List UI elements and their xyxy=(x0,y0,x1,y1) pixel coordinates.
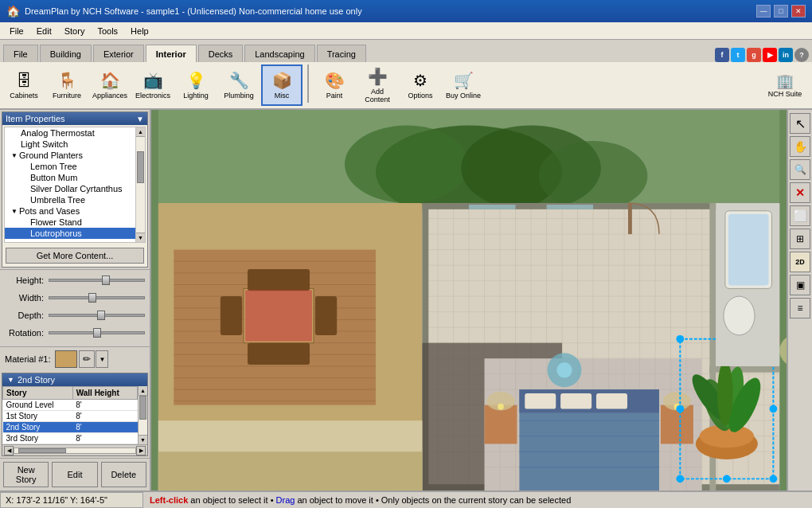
menu-file[interactable]: File xyxy=(3,25,30,37)
panel-collapse-icon[interactable]: ▼ xyxy=(136,115,144,123)
facebook-icon[interactable]: f xyxy=(715,48,729,62)
story-table: Story Wall Height Ground Level 8' 1st St… xyxy=(2,386,138,444)
new-story-button[interactable]: New Story xyxy=(3,462,49,487)
linkedin-icon[interactable]: in xyxy=(779,48,793,62)
hand-tool-button[interactable]: ✋ xyxy=(790,136,810,157)
rotation-slider[interactable] xyxy=(49,331,145,334)
tree-scroll-down[interactable]: ▼ xyxy=(136,233,145,242)
width-thumb[interactable] xyxy=(88,293,96,303)
depth-slider[interactable] xyxy=(49,314,145,317)
2d-view-button[interactable]: 2D xyxy=(790,252,810,272)
select-cursor-button[interactable]: ↖ xyxy=(790,113,810,134)
close-button[interactable]: ✕ xyxy=(791,5,806,18)
tree-scroll-up[interactable]: ▲ xyxy=(136,127,145,137)
hscroll-thumb[interactable] xyxy=(18,448,66,453)
menu-help[interactable]: Help xyxy=(124,25,155,37)
material-edit-button[interactable]: ✏ xyxy=(79,350,95,368)
minimize-button[interactable]: — xyxy=(756,5,771,18)
tree-item-lemon-tree[interactable]: Lemon Tree xyxy=(5,161,135,172)
story-scroll-up[interactable]: ▲ xyxy=(139,386,147,396)
umbrella-tree-label: Umbrella Tree xyxy=(30,195,85,205)
width-slider[interactable] xyxy=(49,296,145,299)
lighting-button[interactable]: 💡 Lighting xyxy=(175,64,217,106)
layers-button[interactable]: ▣ xyxy=(790,275,810,295)
add-content-button[interactable]: ➕ Add Content xyxy=(357,64,398,106)
zoom-button[interactable]: 🔍 xyxy=(790,159,810,180)
story-panel-header[interactable]: 2nd Story xyxy=(2,373,147,386)
svg-point-115 xyxy=(723,475,731,483)
misc-label: Misc xyxy=(275,92,290,100)
height-slider[interactable] xyxy=(49,279,145,282)
canvas-area[interactable]: ✕ ↻ xyxy=(151,110,787,490)
appliances-button[interactable]: 🏠 Appliances xyxy=(89,64,131,106)
grid-button[interactable]: ⊞ xyxy=(790,229,810,249)
tab-file[interactable]: File xyxy=(3,45,38,62)
menu-tools[interactable]: Tools xyxy=(91,25,124,37)
cabinets-button[interactable]: 🗄 Cabinets xyxy=(3,64,45,106)
flower-stand-label: Flower Stand xyxy=(30,217,82,227)
story-row-2nd[interactable]: 2nd Story 8' xyxy=(3,422,138,433)
svg-point-113 xyxy=(770,405,778,413)
depth-thumb[interactable] xyxy=(97,311,105,320)
height-thumb[interactable] xyxy=(102,275,110,285)
tree-scroll-thumb[interactable] xyxy=(137,151,144,183)
tab-interior[interactable]: Interior xyxy=(146,45,197,62)
material-dropdown-button[interactable]: ▼ xyxy=(96,350,108,368)
edit-story-button[interactable]: Edit xyxy=(52,462,97,487)
story-row-1st[interactable]: 1st Story 8' xyxy=(3,411,138,422)
material-swatch[interactable] xyxy=(55,350,77,368)
select-text: an object to select it • xyxy=(190,495,275,505)
tree-item-flower-stand[interactable]: Flower Stand xyxy=(5,217,135,228)
tree-item-pots-and-vases[interactable]: ▼ Pots and Vases xyxy=(5,205,135,217)
menu-button[interactable]: ≡ xyxy=(790,298,810,318)
tab-exterior[interactable]: Exterior xyxy=(93,45,144,62)
tree-scrollbar[interactable]: ▲ ▼ xyxy=(135,127,145,242)
plumbing-button[interactable]: 🔧 Plumbing xyxy=(218,64,260,106)
story-3rd-height: 8' xyxy=(72,433,137,444)
twitter-icon[interactable]: t xyxy=(731,48,745,62)
story-scroll-down[interactable]: ▼ xyxy=(139,435,147,444)
story-scroll-thumb[interactable] xyxy=(139,396,146,420)
tree-item-loutrophorus[interactable]: Loutrophorus xyxy=(5,228,135,239)
hscroll-left-button[interactable]: ◀ xyxy=(4,446,14,455)
options-button[interactable]: ⚙ Options xyxy=(400,64,441,106)
get-more-content-button[interactable]: Get More Content... xyxy=(6,248,144,264)
select-box-button[interactable]: ⬜ xyxy=(790,205,810,226)
furniture-button[interactable]: 🪑 Furniture xyxy=(46,64,88,106)
hscroll-right-button[interactable]: ▶ xyxy=(136,446,146,455)
tab-decks[interactable]: Decks xyxy=(198,45,244,62)
help-icon[interactable]: ? xyxy=(794,48,809,62)
coords-text: X: 173'-2 11/16" Y: 164'-5" xyxy=(6,495,107,505)
story-scrollbar[interactable]: ▲ ▼ xyxy=(138,386,147,444)
story-row-3rd[interactable]: 3rd Story 8' xyxy=(3,433,138,444)
google-icon[interactable]: g xyxy=(747,48,761,62)
rotation-row: Rotation: xyxy=(5,326,145,340)
floor-plan-canvas[interactable]: ✕ ↻ xyxy=(151,110,787,490)
buy-online-button[interactable]: 🛒 Buy Online xyxy=(443,64,484,106)
paint-button[interactable]: 🎨 Paint xyxy=(314,64,355,106)
tree-item-light-switch[interactable]: Light Switch xyxy=(5,139,135,150)
tree-item-analog-thermostat[interactable]: Analog Thermostat xyxy=(5,127,135,139)
menu-story[interactable]: Story xyxy=(58,25,92,37)
nch-suite-button[interactable]: 🏢 NCH Suite xyxy=(761,64,809,106)
electronics-button[interactable]: 📺 Electronics xyxy=(132,64,174,106)
tree-item-silver-dollar[interactable]: Silver Dollar Cyrtanthus xyxy=(5,183,135,194)
delete-story-button[interactable]: Delete xyxy=(101,462,146,487)
tree-item-umbrella-tree[interactable]: Umbrella Tree xyxy=(5,194,135,205)
youtube-icon[interactable]: ▶ xyxy=(763,48,777,62)
svg-rect-141 xyxy=(158,451,423,490)
tab-tracing[interactable]: Tracing xyxy=(317,45,366,62)
misc-button[interactable]: 📦 Misc xyxy=(261,64,303,106)
depth-row: Depth: xyxy=(5,308,145,322)
electronics-label: Electronics xyxy=(135,92,170,100)
story-row-ground[interactable]: Ground Level 8' xyxy=(3,400,138,411)
menu-edit[interactable]: Edit xyxy=(30,25,58,37)
tree-item-button-mum[interactable]: Button Mum xyxy=(5,172,135,183)
tree-item-ground-planters[interactable]: ▼ Ground Planters xyxy=(5,150,135,161)
rotation-thumb[interactable] xyxy=(93,328,101,338)
tab-building[interactable]: Building xyxy=(40,45,92,62)
svg-rect-135 xyxy=(547,205,594,209)
delete-button[interactable]: ✕ xyxy=(790,182,810,203)
maximize-button[interactable]: □ xyxy=(774,5,788,18)
tab-landscaping[interactable]: Landscaping xyxy=(244,45,314,62)
